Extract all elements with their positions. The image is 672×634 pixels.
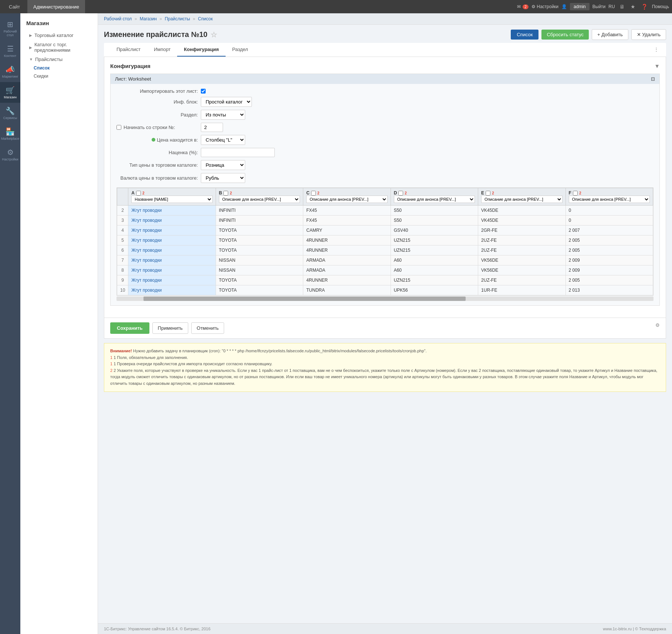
nav-item-offers-catalog[interactable]: ▶ Каталог с торг. предложениями (20, 40, 98, 55)
cell-d: S50 (391, 206, 478, 216)
cell-c: FX45 (303, 216, 391, 226)
sidebar-item-content[interactable]: ☰ Контент (0, 41, 20, 61)
left-nav-title: Магазин (20, 17, 98, 31)
help-icon[interactable]: ❓ (640, 4, 649, 10)
markup-input[interactable] (201, 148, 275, 157)
favorite-star-icon[interactable]: ☆ (210, 30, 217, 39)
price-column-row: Цена находится в: Столбец "L" (116, 135, 654, 145)
price-column-select[interactable]: Столбец "L" (201, 135, 245, 145)
worksheet-expand-icon[interactable]: ⊡ (651, 76, 655, 82)
start-row-input[interactable] (201, 123, 223, 132)
row-num: 5 (117, 235, 128, 245)
col-f-checkbox[interactable] (573, 191, 578, 196)
price-column-label: Цена находится в: (116, 137, 198, 143)
col-a-select[interactable]: Название [NAME] Описание для анонса [PRE… (131, 196, 212, 203)
nav-sub-list[interactable]: Список (20, 64, 98, 72)
nav-sub-discounts[interactable]: Скидки (20, 72, 98, 80)
sidebar-item-desktop[interactable]: ⊞ Рабочий стол (0, 16, 20, 41)
tab-section[interactable]: Раздел (226, 43, 255, 57)
left-navigation: Магазин ▶ Торговый каталог ▶ Каталог с т… (20, 13, 98, 634)
user-button[interactable]: admin (570, 3, 590, 10)
row-num: 7 (117, 255, 128, 265)
import-label: Импортировать этот лист: (116, 88, 198, 94)
add-button[interactable]: + Добавить (592, 29, 628, 40)
cell-f: 2 013 (565, 285, 653, 295)
col-a-checkbox[interactable] (136, 191, 141, 196)
settings-link[interactable]: ⚙ Настройки (531, 4, 558, 9)
col-header-e: E 2 Описание для анонса [PREV...] (478, 188, 565, 206)
logout-link[interactable]: Выйти (592, 4, 606, 9)
col-b-select[interactable]: Описание для анонса [PREV...] (219, 196, 300, 203)
cell-f: 2 007 (565, 226, 653, 235)
col-b-checkbox[interactable] (223, 191, 228, 196)
col-header-b: B 2 Описание для анонса [PREV...] (216, 188, 303, 206)
price-type-select[interactable]: Розница (201, 160, 245, 170)
breadcrumb-list[interactable]: Список (198, 16, 213, 21)
bookmark-icon[interactable]: ★ (629, 4, 637, 10)
start-row-row: Начинать со строки №: (116, 123, 654, 132)
content-area: Рабочий стол » Магазин » Прайслисты » Сп… (98, 13, 672, 634)
table-row: 9 Жгут проводки TOYOTA 4RUNNER UZN215 2U… (117, 275, 653, 285)
col-header-f: F 2 Описание для анонса [PREV...] (565, 188, 653, 206)
col-d-checkbox[interactable] (398, 191, 403, 196)
list-button[interactable]: Список (511, 30, 538, 40)
horizontal-scrollbar[interactable] (116, 296, 654, 301)
cell-d: A60 (391, 265, 478, 275)
tab-config[interactable]: Конфигурация (177, 43, 225, 57)
info-block-row: Инф. блок: Простой каталог (116, 97, 654, 107)
table-row: 3 Жгут проводки INFINITI FX45 S50 VK45DE… (117, 216, 653, 226)
nav-item-catalog[interactable]: ▶ Торговый каталог (20, 31, 98, 40)
sidebar-item-shop[interactable]: 🛒 Магазин (0, 82, 20, 103)
monitor-icon[interactable]: 🖥 (618, 4, 626, 10)
col-c-checkbox[interactable] (311, 191, 316, 196)
cell-f: 2 009 (565, 255, 653, 265)
currency-select[interactable]: Рубль (201, 173, 245, 183)
col-c-select[interactable]: Описание для анонса [PREV...] (306, 196, 387, 203)
page-header: Изменение прайслиста №10 ☆ Список Сброси… (98, 25, 672, 43)
page-title: Изменение прайслиста №10 ☆ (104, 30, 217, 39)
sidebar-item-marketplace[interactable]: 🏪 Marketplace (0, 123, 20, 144)
breadcrumb-pricelists[interactable]: Прайслисты (165, 16, 190, 21)
col-header-c: C 2 Описание для анонса [PREV...] (303, 188, 391, 206)
user-icon: 👤 (561, 4, 567, 9)
section-chevron-icon[interactable]: ▼ (654, 63, 660, 69)
bottom-actions: Сохранить Применить Отменить ⚙ (104, 318, 666, 339)
tab-settings-icon[interactable]: ⋮ (652, 43, 660, 57)
col-e-checkbox[interactable] (486, 191, 490, 196)
import-row: Импортировать этот лист: (116, 88, 654, 94)
section-select[interactable]: Из почты (201, 110, 245, 120)
cell-a: Жгут проводки (128, 245, 216, 255)
info-block-select[interactable]: Простой каталог (201, 97, 252, 107)
tab-import[interactable]: Импорт (147, 43, 177, 57)
col-f-select[interactable]: Описание для анонса [PREV...] (569, 196, 650, 203)
cell-b: INFINITI (216, 206, 303, 216)
sidebar-item-marketing[interactable]: 📣 Маркетинг (0, 61, 20, 82)
tab-admin[interactable]: Администрирование (27, 0, 85, 13)
import-checkbox[interactable] (201, 89, 206, 94)
nav-item-pricelists[interactable]: ▼ Прайслисты (20, 55, 98, 64)
start-row-checkbox[interactable] (116, 125, 121, 130)
markup-row: Наценка (%): (116, 148, 654, 157)
cancel-button[interactable]: Отменить (191, 322, 224, 334)
cell-c: 4RUNNER (303, 245, 391, 255)
sidebar-item-services[interactable]: 🔧 Сервисы (0, 103, 20, 123)
cell-d: UZN215 (391, 275, 478, 285)
breadcrumb-shop[interactable]: Магазин (140, 16, 157, 21)
col-d-select[interactable]: Описание для анонса [PREV...] (394, 196, 475, 203)
section-label: Раздел: (116, 112, 198, 118)
save-button[interactable]: Сохранить (110, 322, 149, 334)
sidebar-item-settings[interactable]: ⚙ Настройки (0, 144, 20, 165)
reset-status-button[interactable]: Сбросить статус (541, 30, 589, 40)
notifications-icon[interactable]: ✉ 2 (517, 4, 529, 9)
row-num: 2 (117, 206, 128, 216)
tab-site[interactable]: Сайт (3, 0, 26, 13)
apply-button[interactable]: Применить (152, 322, 188, 334)
tab-pricelist[interactable]: Прайслист (110, 43, 147, 57)
col-e-select[interactable]: Описание для анонса [PREV...] (481, 196, 562, 203)
cell-f: 0 (565, 206, 653, 216)
lang-selector[interactable]: RU (608, 4, 615, 9)
breadcrumb-desktop[interactable]: Рабочий стол (104, 16, 132, 21)
bottom-settings-icon[interactable]: ⚙ (655, 322, 660, 334)
delete-button[interactable]: ✕ Удалить (631, 29, 666, 40)
worksheet-card: Лист: Worksheet ⊡ Импортировать этот лис… (110, 74, 660, 306)
